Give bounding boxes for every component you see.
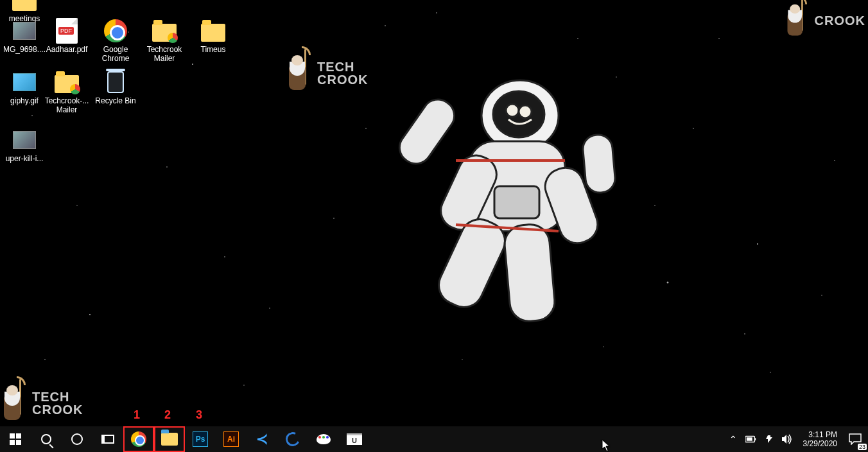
chrome-icon	[103, 18, 128, 44]
desktop-icon-label: Google Chrome	[91, 45, 140, 63]
cortana-button[interactable]	[62, 426, 92, 452]
vscode-button[interactable]: ≺	[247, 426, 277, 452]
chrome-button[interactable]	[123, 426, 154, 452]
battery-icon[interactable]	[745, 433, 757, 445]
search-button[interactable]	[31, 426, 62, 452]
edge-button[interactable]	[277, 426, 308, 452]
svg-rect-16	[746, 437, 752, 440]
desktop-icon-label: Techcrook Mailer	[140, 45, 189, 63]
pdf-icon	[54, 18, 80, 44]
folder-icon	[200, 18, 226, 44]
desktop-icon-gchrome[interactable]: Google Chrome	[91, 18, 140, 63]
annotation-2: 2	[164, 408, 171, 422]
volume-icon[interactable]	[781, 433, 793, 445]
action-center-button[interactable]: 23	[842, 426, 868, 452]
desktop-icon-label: uper-kill-i...	[0, 154, 49, 163]
desktop-icon-label: Timeus	[189, 45, 238, 54]
desktop-icon-timeus[interactable]: Timeus	[189, 18, 238, 54]
desktop-icon-recycle[interactable]: Recycle Bin	[91, 69, 140, 105]
start-button[interactable]	[0, 426, 31, 452]
annotation-3: 3	[196, 408, 202, 422]
task-view-button[interactable]	[92, 426, 123, 452]
tray-chevron-icon[interactable]: ⌃	[727, 433, 739, 445]
taskbar: PsAi≺U ⌃ 3:11 PM 3/29/2020 23	[0, 426, 868, 452]
recycle-icon	[103, 69, 128, 95]
clock-date: 3/29/2020	[803, 439, 837, 448]
desktop-icon-aadhaar[interactable]: Aadhaar.pdf	[42, 18, 91, 54]
clock-time: 3:11 PM	[803, 430, 837, 439]
taskbar-clock[interactable]: 3:11 PM 3/29/2020	[798, 430, 842, 448]
notification-count: 23	[858, 444, 867, 450]
power-icon[interactable]	[763, 433, 775, 445]
desktop-icon-label: MG_9698....	[0, 45, 49, 54]
folder-chrome-icon	[152, 18, 177, 44]
image-icon	[12, 127, 37, 153]
svg-rect-15	[754, 438, 756, 440]
u-app-button[interactable]: U	[339, 426, 370, 452]
paint-button[interactable]	[308, 426, 339, 452]
desktop-icon-label: Recycle Bin	[91, 96, 140, 105]
system-tray[interactable]: ⌃	[722, 426, 798, 452]
file-explorer-button[interactable]	[154, 426, 185, 452]
desktop-icon-tcmailer2[interactable]: Techcrook-... Mailer	[42, 69, 91, 114]
desktop-icon-label: giphy.gif	[0, 96, 49, 105]
gif-icon	[12, 69, 37, 95]
folder-icon	[12, 0, 37, 13]
desktop[interactable]: meetingsMG_9698....Aadhaar.pdfGoogle Chr…	[0, 0, 868, 426]
illustrator-button[interactable]: Ai	[216, 426, 247, 452]
desktop-icon-label: Techcrook-... Mailer	[42, 96, 91, 114]
desktop-icon-label: Aadhaar.pdf	[42, 45, 91, 54]
desktop-icon-superkill[interactable]: uper-kill-i...	[0, 127, 49, 163]
desktop-icon-mg9698[interactable]: MG_9698....	[0, 18, 49, 54]
desktop-icon-tcmailer[interactable]: Techcrook Mailer	[140, 18, 189, 63]
photoshop-button[interactable]: Ps	[185, 426, 216, 452]
annotation-1: 1	[134, 408, 140, 422]
folder-chrome-icon	[54, 69, 80, 95]
image-icon	[12, 18, 37, 44]
desktop-icon-giphy[interactable]: giphy.gif	[0, 69, 49, 105]
